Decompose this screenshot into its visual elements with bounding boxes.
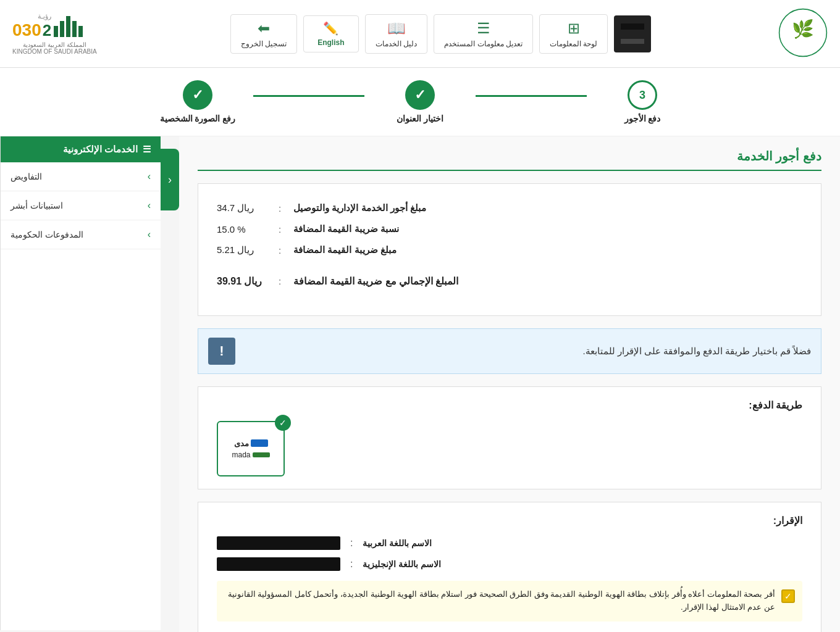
step-pay-circle: 3 xyxy=(628,80,657,110)
name-en-row: الاسم باللغة الإنجليزية : xyxy=(217,557,802,571)
sidebar-header-icon: ☰ xyxy=(143,144,151,155)
sidebar-header: ☰ الخدمات الإلكترونية xyxy=(1,136,161,162)
vision-2030-container: رؤيـة 2 030 xyxy=(12,12,83,40)
nav-services-guide-label: دليل الخدمات xyxy=(376,40,417,48)
chevron-left-icon: ‹ xyxy=(168,173,172,186)
english-icon: ✏️ xyxy=(323,21,338,36)
name-en-sep: : xyxy=(350,559,353,570)
arrow-icon-negotiations: › xyxy=(148,171,151,182)
vbar-3 xyxy=(66,16,70,37)
alert-text: فضلاً قم باختيار طريقة الدفع والموافقة ع… xyxy=(243,346,811,357)
nav-dashboard-label: لوحة المعلومات xyxy=(550,40,597,48)
sidebar-item-absher[interactable]: › استبيانات أبشر xyxy=(1,191,161,220)
svg-text:🌿: 🌿 xyxy=(792,19,814,40)
vbar-2 xyxy=(72,21,77,37)
admin-fee-sep: : xyxy=(279,203,281,214)
header: 🌿 ⬅ تسجيل الخروج ✏️ English 📖 دليل الخدم… xyxy=(0,0,840,68)
name-ar-sep: : xyxy=(350,538,353,549)
mada-blue-stripe xyxy=(251,439,268,447)
book-icon: 📖 xyxy=(387,20,406,37)
main-layout: دفع أجور الخدمة مبلغ أجور الخدمة الإداري… xyxy=(0,136,840,632)
admin-fee-value: 34.7 ريال xyxy=(217,202,266,214)
section-title: دفع أجور الخدمة xyxy=(198,149,821,171)
vision-label-ar: رؤيـة xyxy=(12,12,51,20)
sidebar: ☰ الخدمات الإلكترونية › التفاويض › استبي… xyxy=(0,136,161,630)
sidebar-wrapper: ☰ الخدمات الإلكترونية › التفاويض › استبي… xyxy=(0,136,179,632)
step-title: ✓ اختيار العنوان xyxy=(364,80,476,123)
vision-text-block: رؤيـة 2 030 xyxy=(12,12,51,40)
vbar-1 xyxy=(78,26,83,37)
nav-dashboard[interactable]: ⊞ لوحة المعلومات xyxy=(539,14,608,54)
vbar-4 xyxy=(60,21,64,37)
name-ar-value xyxy=(217,536,340,550)
step-title-circle: ✓ xyxy=(405,80,435,110)
header-nav: ⬅ تسجيل الخروج ✏️ English 📖 دليل الخدمات… xyxy=(103,14,778,54)
sidebar-item-negotiations[interactable]: › التفاويض xyxy=(1,162,161,191)
declaration-checkbox-row: ✓ أقر بصحة المعلومات أعلاه وأُقر بإتلاف … xyxy=(217,581,802,622)
vision-subtitle: المملكة العربية السعوديةKINGDOM OF SAUDI… xyxy=(12,41,97,55)
info-icon: ! xyxy=(208,338,235,365)
name-en-label: الاسم باللغة الإنجليزية xyxy=(363,559,441,569)
sidebar-item-absher-label: استبيانات أبشر xyxy=(10,201,63,210)
sidebar-header-label: الخدمات الإلكترونية xyxy=(63,144,138,155)
nav-edit-user-label: تعديل معلومات المستخدم xyxy=(444,40,523,48)
vat-rate-sep: : xyxy=(279,224,281,235)
step-line-1 xyxy=(253,95,364,97)
vision-number: 2 030 xyxy=(12,20,51,40)
payment-method-label: طريقة الدفع: xyxy=(217,399,802,411)
nav-logout-label: تسجيل الخروج xyxy=(241,40,287,48)
vat-amount-row: مبلغ ضريبة القيمة المضافة : 5.21 ريال xyxy=(217,244,802,256)
mada-bottom: mada xyxy=(232,451,269,459)
vat-rate-value: 15.0 % xyxy=(217,224,266,235)
step-pay: 3 دفع الأجور xyxy=(587,80,698,123)
payment-section: طريقة الدفع: ✓ مدى mada xyxy=(198,386,821,489)
vat-rate-row: نسبة ضريبة القيمة المضافة : 15.0 % xyxy=(217,223,802,235)
sidebar-item-gov-payments-label: المدفوعات الحكومية xyxy=(10,230,83,239)
dashboard-icon: ⊞ xyxy=(568,20,580,37)
stepper: 3 دفع الأجور ✓ اختيار العنوان ✓ رفع الصو… xyxy=(0,68,840,136)
sidebar-item-negotiations-label: التفاويض xyxy=(10,172,42,181)
vision-2: 2 xyxy=(43,21,51,40)
mada-text-arabic: مدى xyxy=(234,439,249,448)
declaration-checkbox[interactable]: ✓ xyxy=(781,589,795,603)
step-photo: ✓ رفع الصورة الشخصية xyxy=(142,80,253,123)
nav-logout[interactable]: ⬅ تسجيل الخروج xyxy=(230,14,297,54)
avatar-bar-1 xyxy=(621,23,644,30)
edit-user-icon: ☰ xyxy=(477,20,490,37)
step-line-2 xyxy=(476,95,587,97)
admin-fee-label: مبلغ أجور الخدمة الإدارية والتوصيل xyxy=(293,202,426,214)
declaration-text: أقر بصحة المعلومات أعلاه وأُقر بإتلاف بط… xyxy=(224,588,775,614)
nav-edit-user[interactable]: ☰ تعديل معلومات المستخدم xyxy=(434,14,533,54)
vbar-5 xyxy=(54,26,58,37)
step-pay-label: دفع الأجور xyxy=(624,114,661,123)
name-en-value xyxy=(217,557,340,571)
vat-amount-value: 5.21 ريال xyxy=(217,244,266,256)
nav-english-label: English xyxy=(317,38,344,47)
arrow-icon-absher: › xyxy=(148,200,151,211)
declaration-title: الإقرار: xyxy=(217,515,802,526)
name-ar-label: الاسم باللغة العربية xyxy=(363,538,432,548)
stepper-inner: 3 دفع الأجور ✓ اختيار العنوان ✓ رفع الصو… xyxy=(142,80,698,123)
admin-fee-row: مبلغ أجور الخدمة الإدارية والتوصيل : 34.… xyxy=(217,202,802,214)
vision-2030-logo: رؤيـة 2 030 المملكة العربية السعوديةKING… xyxy=(12,12,97,55)
mada-check-icon: ✓ xyxy=(275,415,291,431)
vat-rate-label: نسبة ضريبة القيمة المضافة xyxy=(293,223,399,235)
avatar-bar-2 xyxy=(621,39,644,44)
total-value: 39.91 ريال xyxy=(217,275,266,287)
user-avatar[interactable] xyxy=(614,15,651,52)
mada-green-stripe xyxy=(253,452,270,457)
main-content: دفع أجور الخدمة مبلغ أجور الخدمة الإداري… xyxy=(179,136,840,632)
sidebar-toggle[interactable]: ‹ xyxy=(161,149,179,210)
mada-logo: مدى mada xyxy=(232,439,269,459)
fee-card: مبلغ أجور الخدمة الإدارية والتوصيل : 34.… xyxy=(198,183,821,316)
nav-services-guide[interactable]: 📖 دليل الخدمات xyxy=(365,14,427,54)
alert-banner: فضلاً قم باختيار طريقة الدفع والموافقة ع… xyxy=(198,328,821,374)
nav-english[interactable]: ✏️ English xyxy=(303,15,359,52)
mada-top: مدى xyxy=(234,439,268,448)
sidebar-item-gov-payments[interactable]: › المدفوعات الحكومية xyxy=(1,220,161,249)
vision-030: 030 xyxy=(12,20,41,40)
mada-card[interactable]: ✓ مدى mada xyxy=(217,421,285,476)
name-ar-row: الاسم باللغة العربية : xyxy=(217,536,802,550)
saudi-emblem: 🌿 xyxy=(778,8,828,60)
declaration-section: الإقرار: الاسم باللغة العربية : الاسم با… xyxy=(198,502,821,632)
